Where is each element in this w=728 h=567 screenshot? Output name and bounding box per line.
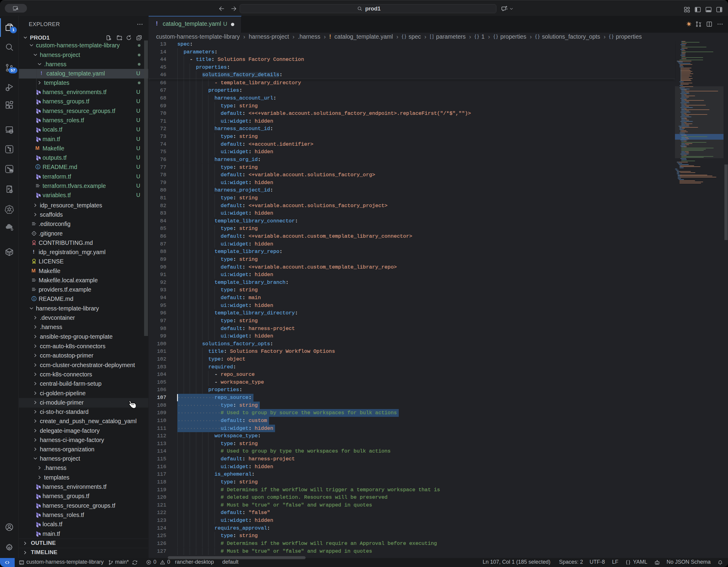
svg-text:!: ! <box>41 71 43 76</box>
svg-text:!: ! <box>33 249 35 255</box>
svg-text:i: i <box>37 165 39 169</box>
svg-text:M: M <box>35 146 40 151</box>
svg-text:M: M <box>31 268 36 273</box>
svg-text:i: i <box>34 297 35 301</box>
